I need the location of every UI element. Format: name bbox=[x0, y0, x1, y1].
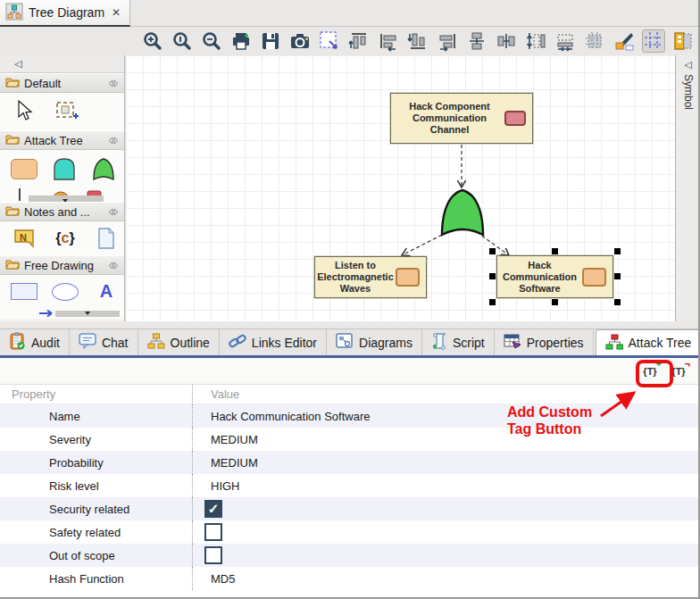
column-value[interactable]: Value bbox=[192, 385, 700, 403]
palette-section-attack-tree[interactable]: Attack Tree bbox=[0, 130, 124, 150]
column-property[interactable]: Property bbox=[0, 385, 192, 403]
show-symbols-icon[interactable] bbox=[671, 29, 695, 53]
attack-tree-icon bbox=[605, 334, 623, 353]
screenshot-icon[interactable] bbox=[288, 29, 312, 53]
security-related-checkbox[interactable] bbox=[204, 500, 222, 518]
selection-handle[interactable] bbox=[552, 299, 558, 305]
match-width-icon[interactable] bbox=[554, 29, 577, 53]
properties-table: Name Hack Communication Software Severit… bbox=[0, 404, 700, 590]
pin-icon[interactable] bbox=[108, 134, 119, 147]
sash[interactable] bbox=[0, 321, 700, 329]
properties-icon bbox=[504, 333, 521, 352]
match-height-icon[interactable] bbox=[524, 29, 547, 53]
rectangle-tool[interactable] bbox=[11, 283, 38, 300]
palette-clipped-row bbox=[0, 187, 124, 202]
tab-properties[interactable]: Properties bbox=[495, 329, 594, 355]
or-gate-tool[interactable] bbox=[89, 156, 116, 181]
resize-selection-icon[interactable] bbox=[318, 29, 341, 53]
app-window: Tree Diagram ✕ ◁ bbox=[0, 0, 700, 599]
links-editor-icon bbox=[229, 333, 246, 352]
severity-badge[interactable] bbox=[504, 111, 526, 126]
align-left-icon[interactable] bbox=[377, 29, 400, 53]
plus-mark-icon: + bbox=[656, 358, 662, 369]
table-row-hash-function[interactable]: Hash Function MD5 bbox=[0, 567, 700, 590]
table-row-out-of-scope[interactable]: Out of scope bbox=[0, 544, 700, 567]
selection-handle[interactable] bbox=[489, 248, 496, 254]
tab-chat[interactable]: Chat bbox=[70, 329, 138, 355]
diagram-canvas[interactable]: Hack Component Communication Channel Lis… bbox=[126, 55, 675, 321]
ellipse-tool[interactable] bbox=[52, 283, 79, 301]
zoom-out-icon[interactable] bbox=[200, 29, 223, 53]
save-icon[interactable] bbox=[259, 29, 282, 53]
and-gate-tool[interactable] bbox=[50, 156, 77, 181]
constraint-tool[interactable]: {c} bbox=[52, 230, 79, 246]
selection-handle[interactable] bbox=[552, 248, 558, 254]
collapse-left-icon[interactable]: ◁ bbox=[684, 59, 691, 71]
print-icon[interactable] bbox=[229, 29, 253, 53]
show-grid-icon[interactable] bbox=[642, 29, 665, 53]
selection-handle[interactable] bbox=[614, 248, 621, 254]
diagrams-icon bbox=[336, 333, 354, 352]
editor-tab-label: Tree Diagram bbox=[29, 5, 104, 20]
folder-icon bbox=[5, 133, 20, 147]
text-tool[interactable]: A bbox=[93, 281, 120, 302]
severity-badge[interactable] bbox=[582, 268, 606, 287]
tab-tree-diagram[interactable]: Tree Diagram ✕ bbox=[0, 0, 130, 27]
document-tool[interactable] bbox=[93, 228, 120, 249]
close-icon[interactable]: ✕ bbox=[112, 6, 121, 19]
align-right-icon[interactable] bbox=[436, 29, 459, 53]
node-hack-component[interactable]: Hack Component Communication Channel bbox=[390, 93, 533, 144]
note-tool[interactable]: N bbox=[11, 228, 38, 249]
selection-handle[interactable] bbox=[489, 299, 496, 305]
tab-script[interactable]: Script bbox=[422, 329, 495, 355]
node-hack-software[interactable]: Hack Communication Software bbox=[496, 255, 613, 298]
pin-icon[interactable] bbox=[108, 205, 119, 219]
or-gate-node bbox=[442, 190, 483, 235]
tab-diagrams[interactable]: Diagrams bbox=[327, 329, 422, 355]
table-row-probability[interactable]: Probability MEDIUM bbox=[0, 451, 700, 474]
align-bottom-icon[interactable] bbox=[406, 29, 429, 53]
select-tool[interactable] bbox=[11, 100, 38, 123]
selection-handle[interactable] bbox=[489, 273, 496, 279]
tree-diagram-tab-icon bbox=[5, 3, 23, 23]
tab-outline[interactable]: Outline bbox=[138, 329, 220, 355]
flip-horizontal-icon[interactable] bbox=[495, 29, 518, 53]
attack-node-tool[interactable] bbox=[11, 159, 38, 179]
tab-links-editor[interactable]: Links Editor bbox=[220, 329, 327, 355]
palette-section-default[interactable]: Default bbox=[0, 73, 124, 93]
safety-related-checkbox[interactable] bbox=[204, 523, 222, 541]
zoom-original-icon[interactable] bbox=[171, 29, 194, 53]
selection-handle[interactable] bbox=[614, 299, 621, 305]
snap-to-grid-icon[interactable] bbox=[583, 29, 606, 53]
tab-attack-tree[interactable]: Attack Tree ✕ bbox=[596, 329, 700, 355]
flip-vertical-icon[interactable] bbox=[465, 29, 488, 53]
add-custom-tag-button[interactable]: {T} + bbox=[639, 362, 661, 380]
palette-collapse[interactable]: ◁ bbox=[0, 55, 124, 73]
pin-icon[interactable] bbox=[108, 259, 119, 272]
table-row-severity[interactable]: Severity MEDIUM bbox=[0, 428, 700, 451]
severity-badge[interactable] bbox=[396, 268, 420, 287]
pin-icon[interactable] bbox=[108, 77, 119, 90]
out-of-scope-checkbox[interactable] bbox=[204, 546, 222, 564]
selection-handle[interactable] bbox=[614, 273, 621, 279]
node-listen-waves[interactable]: Listen to Electromagnetic Waves bbox=[314, 256, 427, 298]
table-row-name[interactable]: Name Hack Communication Software bbox=[0, 404, 700, 428]
table-row-risk-level[interactable]: Risk level HIGH bbox=[0, 474, 700, 497]
close-icon[interactable]: ✕ bbox=[696, 337, 700, 349]
marquee-tool[interactable] bbox=[54, 99, 80, 124]
align-top-icon[interactable] bbox=[347, 29, 371, 53]
palette-section-notes[interactable]: Notes and ... bbox=[0, 202, 124, 221]
table-row-safety-related[interactable]: Safety related bbox=[0, 520, 700, 544]
remove-tag-button[interactable]: {T} ¬ bbox=[668, 362, 689, 380]
palette: ◁ Default Attack Tree bbox=[0, 55, 125, 321]
script-icon bbox=[431, 332, 447, 353]
tab-audit[interactable]: Audit bbox=[0, 329, 70, 355]
collapse-left-icon[interactable]: ◁ bbox=[14, 58, 21, 70]
palette-section-free-drawing[interactable]: Free Drawing bbox=[0, 255, 124, 275]
format-painter-icon[interactable] bbox=[612, 29, 636, 53]
table-row-security-related[interactable]: Security related bbox=[0, 497, 700, 520]
palette-clipped-row-bottom bbox=[0, 308, 124, 319]
section-label: Attack Tree bbox=[24, 134, 83, 147]
zoom-in-icon[interactable] bbox=[141, 29, 164, 53]
symbol-panel-collapsed[interactable]: ◁ Symbol bbox=[675, 55, 700, 321]
